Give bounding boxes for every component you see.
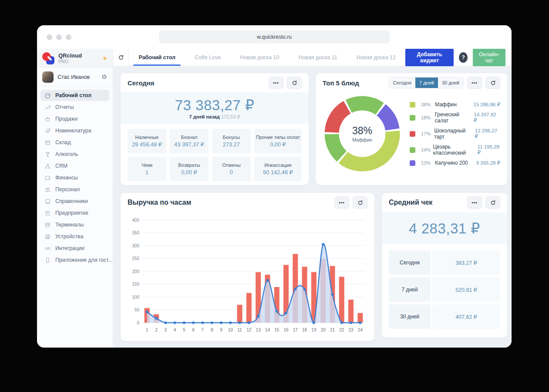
- sidebar-item-dashboard[interactable]: Рабочий стол: [40, 90, 109, 101]
- svg-text:20: 20: [321, 328, 326, 332]
- sidebar-nav: Рабочий стол Отчеты Продажи Номенклатура…: [37, 86, 113, 269]
- stat-tile-checks: Чеки1: [128, 157, 166, 181]
- svg-text:7: 7: [202, 328, 204, 332]
- widget-menu-button[interactable]: •••: [467, 77, 482, 89]
- user-name: Стас Иванов: [57, 74, 90, 80]
- network-people-icon: [44, 162, 51, 169]
- window-close-button[interactable]: [47, 34, 52, 40]
- dashboard-tabbar: Рабочий стол Coffe Love Новая доска 10 Н…: [113, 49, 512, 66]
- chart-trend-icon: [44, 104, 51, 111]
- tab-board-12[interactable]: Новая доска 12: [347, 49, 405, 66]
- svg-text:16: 16: [283, 328, 289, 332]
- svg-text:50: 50: [135, 308, 140, 312]
- sidebar-item-reports[interactable]: Отчеты: [40, 101, 109, 113]
- sidebar-item-directories[interactable]: Справочники: [40, 196, 109, 207]
- sidebar-item-staff[interactable]: Персонал: [40, 184, 109, 195]
- online-chat-button[interactable]: Онлайн-чат: [473, 48, 505, 67]
- svg-text:24: 24: [358, 328, 363, 332]
- svg-text:21: 21: [330, 328, 335, 332]
- dashboard-content: Сегодня ••• 73 383,27 ₽ 7 дней назад 172…: [113, 66, 512, 348]
- window-minimize-button[interactable]: [56, 34, 62, 40]
- tab-board-10[interactable]: Новая доска 10: [230, 49, 289, 66]
- widget-menu-button[interactable]: •••: [467, 196, 482, 209]
- sidebar-item-sales[interactable]: Продажи: [40, 113, 109, 125]
- logout-power-icon[interactable]: [101, 74, 108, 80]
- svg-text:10: 10: [228, 328, 233, 332]
- avg-check-row-today: Сегодня 383,27 ₽: [389, 250, 500, 275]
- sidebar-item-guest-app[interactable]: Приложение для гост...: [40, 254, 109, 266]
- top-dishes-donut-chart: [322, 93, 403, 174]
- sidebar-item-label: Рабочий стол: [55, 92, 91, 98]
- svg-text:9: 9: [220, 328, 222, 332]
- widget-refresh-button[interactable]: [353, 196, 367, 209]
- sidebar-item-label: Алкоголь: [55, 151, 78, 157]
- sidebar-item-label: Продажи: [55, 116, 77, 122]
- printer-icon: [44, 233, 51, 240]
- svg-text:3: 3: [164, 328, 167, 332]
- svg-text:22: 22: [339, 328, 344, 332]
- range-option-today[interactable]: Сегодня: [389, 78, 415, 88]
- legend-row: 38%Маффин15 286,86 ₽: [410, 101, 500, 108]
- sidebar: QRcloud PRO ☀ Стас Иванов Рабочий стол: [37, 49, 113, 348]
- legend-swatch: [410, 115, 415, 121]
- svg-text:200: 200: [132, 269, 139, 274]
- svg-text:150: 150: [132, 282, 139, 287]
- sidebar-item-label: Отчеты: [55, 104, 74, 110]
- tab-dashboard[interactable]: Рабочий стол: [129, 49, 185, 66]
- user-profile[interactable]: Стас Иванов: [37, 68, 113, 86]
- sidebar-item-label: Терминалы: [55, 222, 84, 228]
- widget-average-check: Средний чек ••• 4 283,31 ₽ Сегодня 383,2…: [382, 193, 507, 338]
- svg-text:14: 14: [265, 328, 270, 332]
- sidebar-item-alcohol[interactable]: Алкоголь: [40, 149, 109, 160]
- theme-sun-icon[interactable]: ☀: [102, 55, 108, 62]
- sidebar-item-finance[interactable]: Финансы: [40, 172, 109, 183]
- range-option-30-days[interactable]: 30 дней: [438, 78, 463, 88]
- svg-text:15: 15: [274, 328, 280, 332]
- avg-check-total: 4 283,31 ₽: [409, 220, 480, 237]
- svg-text:300: 300: [132, 243, 139, 248]
- tab-coffe-love[interactable]: Coffe Love: [185, 49, 230, 66]
- svg-text:11: 11: [237, 328, 242, 332]
- widget-refresh-button[interactable]: [485, 77, 500, 89]
- svg-text:100: 100: [132, 295, 139, 300]
- range-option-7-days[interactable]: 7 дней: [415, 78, 438, 88]
- address-bar[interactable]: w.quickresto.ru: [159, 30, 390, 44]
- sidebar-item-label: Устройства: [55, 233, 83, 240]
- widget-revenue-by-hour: Выручка по часам ••• 0501001502002503003…: [121, 193, 374, 341]
- wallet-icon: [44, 174, 51, 181]
- gauge-icon: [44, 92, 51, 99]
- stat-tile-cashless: Безнал43 397,37 ₽: [170, 129, 209, 153]
- help-button[interactable]: ?: [459, 52, 468, 63]
- tab-board-11[interactable]: Новая доска 11: [289, 49, 347, 66]
- window-maximize-button[interactable]: [66, 34, 71, 40]
- widget-title: Выручка по часам: [128, 199, 191, 206]
- sidebar-item-crm[interactable]: CRM: [40, 160, 109, 172]
- svg-text:400: 400: [132, 218, 139, 223]
- sidebar-item-terminals[interactable]: Терминалы: [40, 219, 109, 230]
- sidebar-item-label: Склад: [55, 139, 71, 145]
- sidebar-item-label: Интеграции: [55, 245, 84, 251]
- browser-toolbar: w.quickresto.ru: [37, 25, 512, 49]
- legend-row: 18%Греческий салат14 397,92 ₽: [410, 112, 500, 124]
- sidebar-item-devices[interactable]: Устройства: [40, 231, 109, 242]
- svg-text:19: 19: [311, 328, 317, 332]
- sidebar-item-enterprise[interactable]: Предприятие: [40, 207, 109, 219]
- legend-row: 13%Капучино 2009 265,28 ₽: [410, 160, 500, 166]
- refresh-boards-button[interactable]: [113, 49, 129, 66]
- svg-text:23: 23: [349, 328, 354, 332]
- sidebar-item-warehouse[interactable]: Склад: [40, 137, 109, 148]
- window-controls: [47, 34, 71, 40]
- sidebar-item-nomenclature[interactable]: Номенклатура: [40, 125, 109, 136]
- stat-tile-bonuses: Бонусы273.27: [212, 129, 251, 153]
- sidebar-item-label: Номенклатура: [55, 128, 91, 134]
- sidebar-item-integrations[interactable]: Интеграции: [40, 243, 109, 254]
- widget-refresh-button[interactable]: [485, 196, 500, 209]
- stat-tile-collection: Инкассация50 142,46 ₽: [254, 157, 302, 181]
- add-widget-button[interactable]: Добавить виджет: [405, 48, 454, 67]
- compare-label: 7 дней назад: [189, 114, 220, 119]
- widget-menu-button[interactable]: •••: [334, 196, 349, 209]
- phone-icon: [44, 257, 51, 264]
- widget-menu-button[interactable]: •••: [269, 77, 283, 89]
- legend-swatch: [410, 147, 415, 153]
- widget-refresh-button[interactable]: [287, 77, 302, 89]
